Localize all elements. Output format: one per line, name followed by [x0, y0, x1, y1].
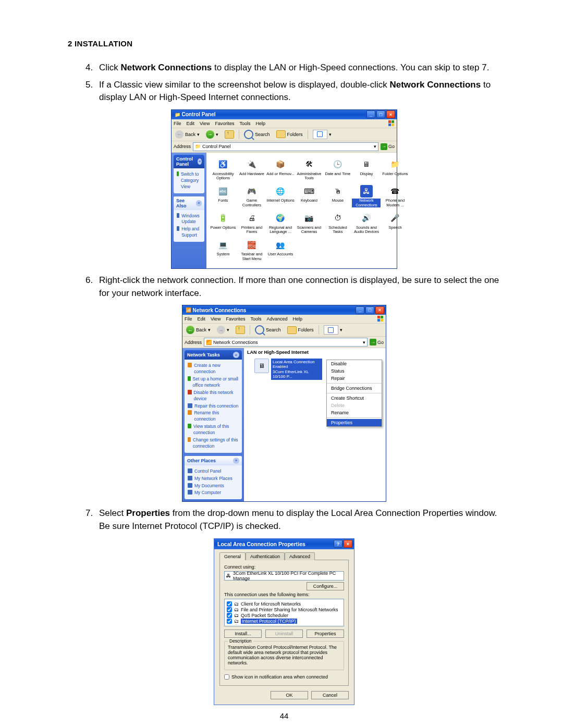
dropdown-icon[interactable]: ▾ [363, 340, 365, 345]
protocol-checkbox[interactable] [227, 601, 232, 607]
install-button[interactable]: Install... [224, 630, 262, 638]
ctx-properties[interactable]: Properties [327, 419, 382, 426]
control-panel-item[interactable]: 🛠Administrative Tools [295, 157, 323, 184]
ok-button[interactable]: OK [271, 691, 308, 699]
dropdown-icon[interactable]: ▾ [374, 144, 376, 149]
control-panel-item[interactable]: 🔌Add Hardware [237, 157, 266, 184]
control-panel-item[interactable]: 🖥Display [352, 157, 381, 184]
views-button[interactable]: ▾ [322, 325, 344, 335]
maximize-button[interactable]: □ [376, 110, 385, 118]
collapse-icon[interactable]: « [196, 200, 202, 206]
address-input[interactable]: 📁Control Panel▾ [193, 142, 378, 151]
control-panel-item[interactable]: ⏱Scheduled Tasks [323, 211, 352, 238]
menu-help[interactable]: Help [255, 121, 265, 126]
menu-file[interactable]: File [185, 316, 192, 322]
control-panel-item[interactable]: 🖧Network Connections [352, 183, 381, 211]
network-task-item[interactable]: Repair this connection [188, 403, 239, 410]
see-also-item[interactable]: Help and Support [177, 226, 201, 239]
collapse-icon[interactable]: » [233, 458, 239, 464]
menu-tools[interactable]: Tools [239, 121, 250, 126]
tab-advanced[interactable]: Advanced [285, 552, 315, 560]
network-task-item[interactable]: Disable this network device [188, 390, 239, 402]
other-place-item[interactable]: My Network Places [188, 476, 239, 482]
protocol-checkbox[interactable] [227, 613, 232, 618]
network-task-item[interactable]: Rename this connection [188, 410, 239, 423]
up-button[interactable] [223, 130, 236, 139]
control-panel-item[interactable]: 🕒Date and Time [323, 157, 352, 184]
ctx-status[interactable]: Status [327, 367, 382, 375]
protocol-checkbox[interactable] [227, 619, 232, 624]
control-panel-item[interactable]: 🎮Game Controllers [237, 183, 266, 211]
tab-general[interactable]: General [219, 552, 246, 560]
minimize-button[interactable]: _ [366, 110, 375, 118]
control-panel-item[interactable]: 🔋Power Options [209, 211, 237, 238]
menu-file[interactable]: File [174, 121, 181, 126]
connection-item[interactable]: 🖥 Local Area Connection Enabled 3Com Eth… [254, 359, 322, 380]
control-panel-item[interactable]: 💻System [209, 237, 237, 264]
menu-favorites[interactable]: Favorites [226, 316, 245, 322]
forward-button[interactable]: → ▾ [204, 130, 220, 139]
control-panel-item[interactable]: 👥User Accounts [266, 237, 295, 264]
control-panel-item[interactable]: ⌨Keyboard [295, 183, 323, 211]
close-button[interactable]: × [386, 110, 395, 118]
address-input[interactable]: 📶Network Connections▾ [204, 338, 368, 347]
maximize-button[interactable]: □ [365, 306, 374, 314]
go-button[interactable]: →Go [381, 143, 395, 150]
menu-edit[interactable]: Edit [187, 121, 195, 126]
menu-help[interactable]: Help [292, 316, 302, 322]
control-panel-item[interactable]: 🖨Printers and Faxes [237, 211, 266, 238]
other-place-item[interactable]: Control Panel [188, 468, 239, 475]
menu-edit[interactable]: Edit [198, 316, 206, 322]
tab-authentication[interactable]: Authentication [246, 552, 285, 560]
collapse-icon[interactable]: « [233, 352, 239, 358]
control-panel-item[interactable]: 🌍Regional and Language ... [266, 211, 295, 238]
menu-view[interactable]: View [200, 121, 210, 126]
views-button[interactable]: ▾ [311, 129, 333, 140]
control-panel-item[interactable]: 📦Add or Remov... [266, 157, 295, 184]
control-panel-item[interactable]: 🔤Fonts [209, 183, 237, 211]
control-panel-item[interactable]: 🌐Internet Options [266, 183, 295, 211]
protocol-checkbox[interactable] [227, 607, 232, 612]
network-task-item[interactable]: Change settings of this connection [188, 437, 239, 450]
control-panel-item[interactable]: 🖱Mouse [323, 183, 352, 211]
back-button[interactable]: ←Back ▾ [185, 325, 212, 335]
network-task-item[interactable]: Create a new connection [188, 363, 239, 375]
ctx-shortcut[interactable]: Create Shortcut [327, 394, 382, 402]
titlebar[interactable]: Local Area Connection Properties ? × [214, 539, 354, 549]
control-panel-item[interactable]: ♿Accessibility Options [209, 157, 237, 184]
ctx-disable[interactable]: Disable [327, 360, 382, 367]
items-list[interactable]: 🗂Client for Microsoft Networks🗂File and … [224, 599, 344, 626]
network-task-item[interactable]: Set up a home or small office network [188, 376, 239, 389]
show-icon-checkbox[interactable] [224, 674, 229, 680]
ctx-bridge[interactable]: Bridge Connections [327, 385, 382, 392]
menu-advanced[interactable]: Advanced [266, 316, 287, 322]
folders-button[interactable]: Folders [286, 326, 315, 335]
configure-button[interactable]: Configure... [307, 582, 344, 590]
protocol-item[interactable]: 🗂Internet Protocol (TCP/IP) [227, 619, 341, 624]
search-button[interactable]: Search [253, 325, 283, 335]
menu-favorites[interactable]: Favorites [215, 121, 234, 126]
forward-button[interactable]: → ▾ [215, 325, 231, 335]
minimize-button[interactable]: _ [356, 306, 364, 314]
protocol-item[interactable]: 🗂File and Printer Sharing for Microsoft … [227, 607, 341, 612]
go-button[interactable]: →Go [370, 339, 384, 346]
menu-view[interactable]: View [211, 316, 221, 322]
titlebar[interactable]: 📁 Control Panel _ □ × [172, 110, 397, 119]
menu-tools[interactable]: Tools [250, 316, 261, 322]
search-button[interactable]: Search [242, 129, 272, 140]
see-also-item[interactable]: Windows Update [177, 213, 201, 226]
protocol-item[interactable]: 🗂Client for Microsoft Networks [227, 601, 341, 607]
protocol-item[interactable]: 🗂QoS Packet Scheduler [227, 613, 341, 618]
back-button[interactable]: ←Back ▾ [174, 130, 201, 139]
cancel-button[interactable]: Cancel [311, 691, 349, 699]
network-task-item[interactable]: View status of this connection [188, 424, 239, 436]
other-place-item[interactable]: My Computer [188, 490, 239, 496]
control-panel-item[interactable]: 🎤Speech [381, 211, 409, 238]
titlebar[interactable]: 📶 Network Connections _ □ × [182, 305, 386, 315]
control-panel-item[interactable]: ☎Phone and Modem ... [381, 183, 409, 211]
properties-button[interactable]: Properties [307, 630, 344, 638]
close-button[interactable]: × [344, 540, 352, 548]
up-button[interactable] [234, 325, 247, 335]
control-panel-item[interactable]: 📷Scanners and Cameras [295, 211, 323, 238]
other-place-item[interactable]: My Documents [188, 483, 239, 489]
